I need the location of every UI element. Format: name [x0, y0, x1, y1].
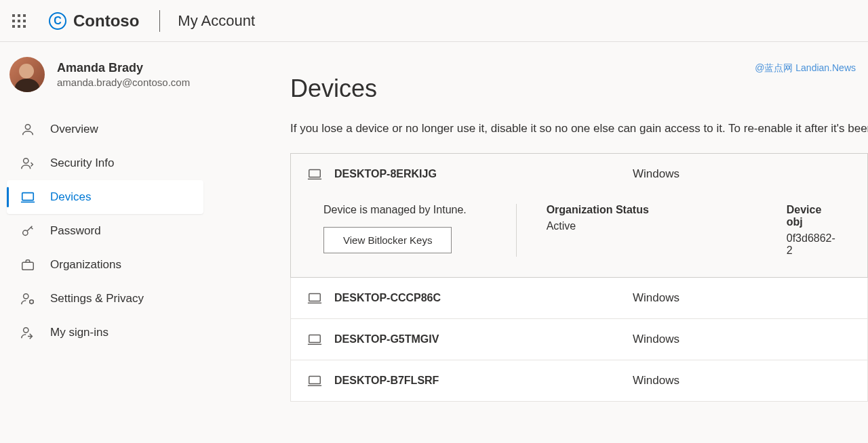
sidebar-item-label: Password [50, 224, 101, 238]
app-header: C Contoso My Account [0, 0, 868, 42]
sidebar-nav: Overview Security Info Devices Password [7, 112, 203, 350]
device-os: Windows [633, 167, 679, 181]
device-name: DESKTOP-8ERKIJG [334, 168, 633, 180]
laptop-icon [307, 332, 322, 347]
device-details: Device is managed by Intune. View Bitloc… [291, 194, 867, 277]
sidebar-item-label: Overview [50, 123, 98, 136]
svg-point-1 [24, 159, 28, 163]
avatar [9, 57, 45, 92]
page-title: Devices [290, 75, 868, 103]
user-block[interactable]: Amanda Brady amanda.brady@contoso.com [7, 57, 203, 99]
user-name: Amanda Brady [57, 61, 190, 75]
svg-point-7 [24, 328, 28, 333]
contoso-logo-icon: C [49, 12, 66, 30]
org-name: Contoso [73, 12, 139, 30]
svg-point-5 [24, 294, 28, 299]
managed-by-text: Device is managed by Intune. [323, 204, 489, 216]
signin-icon [20, 325, 35, 340]
person-gear-icon [20, 291, 35, 306]
device-row-header[interactable]: DESKTOP-8ERKIJG Windows [291, 154, 867, 194]
sidebar-item-devices[interactable]: Devices [7, 180, 203, 214]
view-bitlocker-keys-button[interactable]: View Bitlocker Keys [323, 227, 452, 253]
laptop-icon [20, 190, 35, 205]
org-status-value: Active [547, 220, 730, 232]
device-name: DESKTOP-CCCP86C [334, 292, 633, 304]
sidebar-item-my-sign-ins[interactable]: My sign-ins [7, 316, 203, 350]
sidebar-item-label: Settings & Privacy [50, 292, 144, 305]
waffle-menu-icon[interactable] [12, 14, 26, 28]
device-row: DESKTOP-G5TMGIV Windows [290, 319, 868, 360]
header-divider [159, 10, 160, 32]
briefcase-icon [20, 257, 35, 272]
watermark: @蓝点网 Landian.News [755, 62, 856, 75]
sidebar-item-security-info[interactable]: Security Info [7, 146, 203, 180]
svg-point-3 [23, 230, 28, 235]
device-row: DESKTOP-B7FLSRF Windows [290, 360, 868, 402]
laptop-icon [307, 373, 322, 388]
security-icon [20, 156, 35, 171]
device-card-expanded: DESKTOP-8ERKIJG Windows Device is manage… [290, 153, 868, 278]
section-title: My Account [178, 12, 255, 30]
org-logo[interactable]: C Contoso [49, 12, 139, 30]
svg-point-0 [25, 125, 30, 129]
svg-rect-9 [309, 294, 321, 301]
sidebar-item-password[interactable]: Password [7, 214, 203, 248]
device-row-header[interactable]: DESKTOP-B7FLSRF Windows [291, 360, 867, 401]
svg-rect-10 [309, 335, 321, 343]
device-row-header[interactable]: DESKTOP-G5TMGIV Windows [291, 319, 867, 360]
sidebar: Amanda Brady amanda.brady@contoso.com Ov… [0, 42, 210, 443]
sidebar-item-label: Security Info [50, 156, 115, 170]
main-content: @蓝点网 Landian.News Devices If you lose a … [210, 42, 868, 443]
svg-point-6 [30, 300, 34, 304]
device-name: DESKTOP-B7FLSRF [334, 375, 633, 387]
device-os: Windows [633, 333, 679, 346]
key-icon [20, 224, 35, 238]
device-object-value: 0f3d6862-2 [787, 232, 840, 257]
sidebar-item-overview[interactable]: Overview [7, 112, 203, 146]
sidebar-item-label: Devices [50, 190, 91, 204]
sidebar-item-label: Organizations [50, 258, 121, 272]
sidebar-item-settings-privacy[interactable]: Settings & Privacy [7, 282, 203, 316]
svg-rect-2 [22, 193, 34, 201]
page-description: If you lose a device or no longer use it… [290, 122, 868, 135]
laptop-icon [307, 167, 322, 182]
device-os: Windows [633, 291, 679, 305]
device-object-label: Device obj [787, 204, 840, 228]
device-row-header[interactable]: DESKTOP-CCCP86C Windows [291, 278, 867, 318]
device-name: DESKTOP-G5TMGIV [334, 333, 633, 345]
svg-rect-4 [22, 262, 34, 270]
sidebar-item-label: My sign-ins [50, 326, 108, 339]
sidebar-item-organizations[interactable]: Organizations [7, 248, 203, 282]
device-row: DESKTOP-CCCP86C Windows [290, 278, 868, 319]
svg-rect-8 [309, 170, 321, 177]
device-os: Windows [633, 374, 679, 387]
user-email: amanda.brady@contoso.com [57, 77, 190, 88]
person-icon [20, 122, 35, 137]
org-status-label: Organization Status [547, 204, 730, 216]
svg-rect-11 [309, 377, 321, 384]
laptop-icon [307, 291, 322, 305]
